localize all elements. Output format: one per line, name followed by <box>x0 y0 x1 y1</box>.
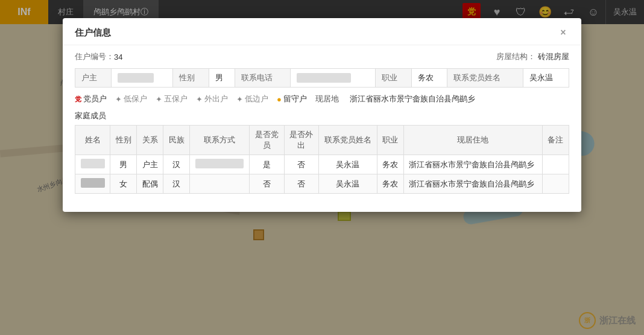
tag-out: ✦ 外出户 <box>196 94 228 104</box>
row2-ethnicity: 汉 <box>163 174 190 194</box>
occupation-value: 务农 <box>411 69 447 88</box>
col-header-party-member: 联系党员姓名 <box>447 69 523 88</box>
current-address: 浙江省丽水市景宁畲族自治县鸬鹚乡 <box>350 94 475 104</box>
row1-name <box>75 155 110 174</box>
tag-party-member: 党 党员户 <box>75 94 107 104</box>
row1-is-party: 是 <box>250 155 284 174</box>
row2-name <box>75 174 110 194</box>
phone-cell <box>291 69 376 88</box>
row1-phone <box>190 155 250 174</box>
household-number-label: 住户编号： <box>75 51 114 62</box>
row1-is-out: 否 <box>284 155 318 174</box>
th-relation: 关系 <box>137 126 163 155</box>
modal-body: 住户编号： 34 房屋结构： 砖混房屋 户主 性别 男 联系电话 职业 务农 <box>63 45 581 200</box>
th-gender: 性别 <box>110 126 137 155</box>
house-structure-container: 房屋结构： 砖混房屋 <box>496 51 569 62</box>
household-number-value: 34 <box>114 53 122 62</box>
modal-title: 住户信息 <box>75 27 111 39</box>
tag-row: 党 党员户 ✦ 低保户 ✦ 五保户 ✦ 外出户 ✦ 低边户 <box>75 94 569 104</box>
col-header-phone: 联系电话 <box>235 69 291 88</box>
row2-is-party: 否 <box>250 174 284 194</box>
th-name: 姓名 <box>75 126 110 155</box>
row1-occupation: 务农 <box>377 155 403 174</box>
th-party-member: 联系党员姓名 <box>318 126 377 155</box>
col-header-gender: 性别 <box>173 69 209 88</box>
table-row: 男 户主 汉 是 否 吴永温 务农 浙江省丽水市景宁畲族自治县鸬鹚乡 <box>75 155 569 174</box>
row1-remark <box>542 155 569 174</box>
tag-five-guarantee: ✦ 五保户 <box>156 94 188 104</box>
row2-address: 浙江省丽水市景宁畲族自治县鸬鹚乡 <box>403 174 542 194</box>
tag-low-edge: ✦ 低边户 <box>236 94 268 104</box>
family-section-title: 家庭成员 <box>75 110 569 121</box>
row2-phone <box>190 174 250 194</box>
family-table: 姓名 性别 关系 民族 联系方式 是否党员 是否外出 联系党员姓名 职业 现居住… <box>75 125 569 194</box>
modal-header: 住户信息 × <box>63 18 581 45</box>
row2-gender: 女 <box>110 174 137 194</box>
tag-stay-home: ● 留守户 <box>277 94 307 104</box>
row2-remark <box>542 174 569 194</box>
th-is-out: 是否外出 <box>284 126 318 155</box>
tag-address: 现居地 <box>315 94 339 104</box>
col-header-occupation: 职业 <box>376 69 412 88</box>
row1-party-member: 吴永温 <box>318 155 377 174</box>
gender-value: 男 <box>209 69 235 88</box>
th-phone: 联系方式 <box>190 126 250 155</box>
phone-blurred <box>297 73 351 83</box>
th-occupation: 职业 <box>377 126 403 155</box>
modal-overlay: 住户信息 × 住户编号： 34 房屋结构： 砖混房屋 户主 性别 男 <box>0 0 644 335</box>
th-is-party: 是否党员 <box>250 126 284 155</box>
row2-party-member: 吴永温 <box>318 174 377 194</box>
col-header-head: 户主 <box>75 69 112 88</box>
row2-is-out: 否 <box>284 174 318 194</box>
house-structure-value: 砖混房屋 <box>538 52 569 61</box>
table-row: 女 配偶 汉 否 否 吴永温 务农 浙江省丽水市景宁畲族自治县鸬鹚乡 <box>75 174 569 194</box>
row2-occupation: 务农 <box>377 174 403 194</box>
th-ethnicity: 民族 <box>163 126 190 155</box>
tag-low-income: ✦ 低保户 <box>115 94 147 104</box>
row2-relation: 配偶 <box>137 174 163 194</box>
th-remark: 备注 <box>542 126 569 155</box>
party-member-value: 吴永温 <box>523 69 569 88</box>
house-structure-label: 房屋结构： <box>496 52 535 61</box>
row1-ethnicity: 汉 <box>163 155 190 174</box>
main-info-table: 户主 性别 男 联系电话 职业 务农 联系党员姓名 吴永温 <box>75 68 569 88</box>
th-address: 现居住地 <box>403 126 542 155</box>
row1-gender: 男 <box>110 155 137 174</box>
modal-close-button[interactable]: × <box>557 27 569 39</box>
row1-relation: 户主 <box>137 155 163 174</box>
head-name-blurred <box>118 73 154 83</box>
head-name-cell <box>111 69 173 88</box>
row1-address: 浙江省丽水市景宁畲族自治县鸬鹚乡 <box>403 155 542 174</box>
household-info-row: 住户编号： 34 房屋结构： 砖混房屋 <box>75 51 569 62</box>
modal-dialog: 住户信息 × 住户编号： 34 房屋结构： 砖混房屋 户主 性别 男 <box>63 18 581 212</box>
